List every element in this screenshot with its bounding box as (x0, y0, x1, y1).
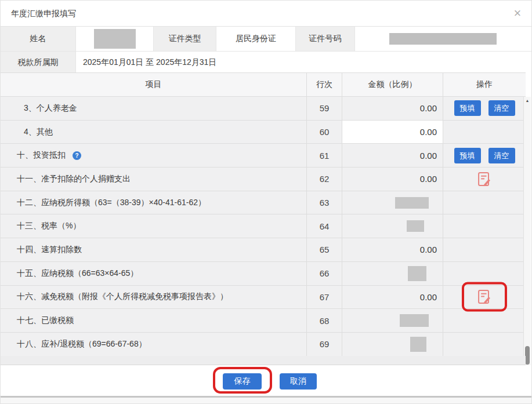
prefill-button[interactable]: 预填 (454, 148, 481, 163)
clear-button[interactable]: 清空 (488, 100, 515, 116)
table-footer-strip (1, 356, 526, 365)
row-item-label: 4、其他 (1, 121, 307, 144)
col-header-line: 行次 (307, 73, 342, 96)
row-item-label: 十八、应补/退税额（69=66-67-68） (1, 333, 307, 356)
col-header-action: 操作 (443, 73, 526, 96)
id-type-value: 居民身份证 (216, 27, 296, 51)
name-label: 姓名 (1, 27, 76, 51)
table-row: 十五、应纳税额（66=63×64-65） 66 (1, 262, 526, 286)
cancel-button[interactable]: 取消 (280, 373, 317, 390)
scrollbar-thumb[interactable] (525, 346, 530, 365)
table-row: 十三、税率（%） 64 (1, 214, 526, 238)
table-row: 十、投资抵扣 ? 61 0.00 预填 清空 (1, 144, 526, 168)
table-row: 十六、减免税额（附报《个人所得税减免税事项报告表》） 67 0.00 (1, 286, 526, 310)
period-value: 2025年01月01日 至 2025年12月31日 (76, 52, 531, 73)
annual-settlement-dialog: 年度汇缴申报填写 × 姓名 证件类型 居民身份证 证件号码 税款所属期 2025… (0, 0, 532, 404)
row-action-empty (443, 191, 526, 214)
close-icon[interactable]: × (511, 6, 524, 20)
row-item-label: 十五、应纳税额（66=63×64-65） (1, 262, 307, 285)
row-action-empty (443, 262, 526, 285)
row-line-number: 68 (307, 309, 342, 332)
row-line-number: 59 (307, 97, 342, 120)
col-header-item: 项目 (1, 73, 307, 96)
col-header-amount: 金额（比例） (342, 73, 443, 96)
name-value (76, 27, 154, 51)
taxpayer-info: 姓名 证件类型 居民身份证 证件号码 税款所属期 2025年01月01日 至 2… (1, 26, 531, 73)
edit-detail-icon[interactable] (476, 171, 493, 187)
row-action-empty (443, 238, 526, 261)
row-line-number: 60 (307, 121, 342, 144)
row-line-number: 63 (307, 191, 342, 214)
declaration-table: 项目 行次 金额（比例） 操作 3、个人养老金 59 0.00 预填 清空 4、… (1, 72, 526, 356)
row-amount: 0.00 (342, 144, 443, 167)
dialog-titlebar: 年度汇缴申报填写 × (1, 1, 531, 26)
row-action-empty (443, 214, 526, 238)
scroll-up-icon[interactable]: ▲ (524, 99, 531, 103)
row-line-number: 65 (307, 238, 342, 261)
row-action-empty (443, 121, 526, 144)
row-action-empty (443, 333, 526, 356)
row-item-label: 十六、减免税额（附报《个人所得税减免税事项报告表》） (1, 286, 307, 309)
table-row: 十二、应纳税所得额（63=（38-39）×40-41-61-62） 63 (1, 191, 526, 215)
period-label: 税款所属期 (1, 52, 76, 73)
table-row: 十八、应补/退税额（69=66-67-68） 69 (1, 333, 526, 356)
dialog-footer: 保存 取消 (1, 365, 531, 396)
redacted-name (94, 29, 136, 49)
redacted-id-number (389, 33, 497, 45)
id-number-value (355, 27, 531, 51)
row-item-label: 十三、税率（%） (1, 214, 307, 238)
dialog-title: 年度汇缴申报填写 (11, 9, 76, 19)
id-type-label: 证件类型 (154, 27, 216, 51)
table-row: 十七、已缴税额 68 (1, 309, 526, 333)
id-number-label: 证件号码 (296, 27, 355, 51)
redacted-value (408, 266, 426, 281)
redacted-value (395, 197, 429, 209)
redacted-value (407, 220, 424, 232)
row-item-label: 十四、速算扣除数 (1, 238, 307, 261)
row-item-label: 十一、准予扣除的个人捐赠支出 (1, 168, 307, 191)
row-item-label: 3、个人养老金 (1, 97, 307, 120)
edit-detail-icon[interactable] (476, 289, 493, 305)
table-header-row: 项目 行次 金额（比例） 操作 (1, 73, 526, 97)
row-item-label: 十七、已缴税额 (1, 309, 307, 332)
row-amount: 0.00 (342, 238, 443, 261)
prefill-button[interactable]: 预填 (454, 100, 481, 116)
redacted-value (400, 314, 429, 327)
table-row: 4、其他 60 0.00 (1, 121, 526, 144)
row-line-number: 66 (307, 262, 342, 285)
help-icon[interactable]: ? (73, 151, 81, 160)
amount-input[interactable]: 0.00 (342, 121, 443, 144)
save-button[interactable]: 保存 (223, 373, 262, 390)
clear-button[interactable]: 清空 (488, 148, 515, 163)
row-amount: 0.00 (342, 286, 443, 309)
row-item-label: 十、投资抵扣 (17, 150, 66, 161)
redacted-value (410, 337, 426, 352)
row-amount: 0.00 (342, 168, 443, 191)
vertical-scrollbar[interactable]: ▲ ▼ (523, 97, 531, 373)
row-line-number: 61 (307, 144, 342, 167)
row-line-number: 62 (307, 168, 342, 191)
table-row: 3、个人养老金 59 0.00 预填 清空 (1, 97, 526, 121)
row-action-empty (443, 309, 526, 332)
row-line-number: 67 (307, 286, 342, 309)
page-background-edge (1, 396, 531, 404)
row-line-number: 69 (307, 333, 342, 356)
row-amount: 0.00 (342, 97, 443, 120)
row-item-label: 十二、应纳税所得额（63=（38-39）×40-41-61-62） (1, 191, 307, 214)
row-line-number: 64 (307, 214, 342, 238)
table-row: 十一、准予扣除的个人捐赠支出 62 0.00 (1, 168, 526, 191)
table-row: 十四、速算扣除数 65 0.00 (1, 238, 526, 262)
